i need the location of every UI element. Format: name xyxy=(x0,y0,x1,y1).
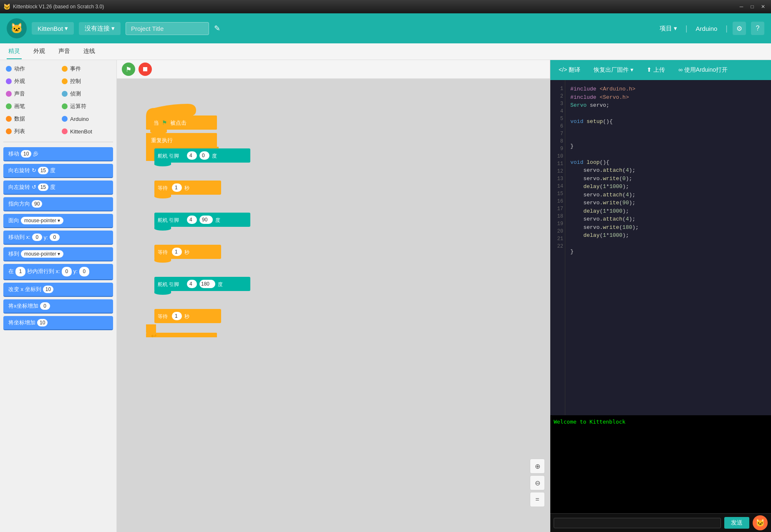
category-operators[interactable]: 运算符 xyxy=(59,101,113,112)
block-change-y[interactable]: 将坐标增加 10 xyxy=(3,316,113,330)
servo-block-2[interactable]: 舵机 引脚 4 90 度 xyxy=(154,213,250,231)
zoom-out-button[interactable]: ⊖ xyxy=(530,475,545,490)
stop-button[interactable]: ⏹ xyxy=(139,63,152,76)
block-turn-left[interactable]: 向左旋转 ↺ 15 度 xyxy=(3,181,113,195)
block-point-direction[interactable]: 指向方向 90 xyxy=(3,197,113,211)
block-glide[interactable]: 在 1 秒内滑行到 x: 0 y: 0 xyxy=(3,264,113,280)
svg-rect-44 xyxy=(146,324,156,333)
kittenbot-logo: 🐱 xyxy=(753,515,768,530)
svg-text:等待: 等待 xyxy=(158,314,168,319)
servo-block-1[interactable]: 舵机 引脚 4 0 度 xyxy=(154,148,250,166)
blocks-canvas-area[interactable]: 当 ⚑ 被点击 重复执行 xyxy=(117,79,550,532)
block-goto[interactable]: 移到 mouse-pointer ▾ xyxy=(3,247,113,261)
zoom-controls: ⊕ ⊖ = xyxy=(530,459,545,507)
svg-text:度: 度 xyxy=(212,153,217,159)
pen-dot xyxy=(6,103,12,109)
servo-block-3[interactable]: 舵机 引脚 4 180 度 xyxy=(154,277,250,295)
scratch-blocks-group: 当 ⚑ 被点击 重复执行 xyxy=(142,104,267,339)
control-dot xyxy=(62,78,68,84)
svg-text:秒: 秒 xyxy=(184,249,189,255)
console-input[interactable] xyxy=(554,518,721,528)
category-sound[interactable]: 声音 xyxy=(3,88,58,99)
svg-text:等待: 等待 xyxy=(158,185,168,191)
svg-text:度: 度 xyxy=(215,217,220,223)
project-title-input[interactable] xyxy=(126,22,209,35)
block-change-x[interactable]: 改变 x 坐标到 10 xyxy=(3,283,113,297)
data-dot xyxy=(6,116,12,122)
zoom-reset-button[interactable]: = xyxy=(530,492,545,507)
platform-button[interactable]: Arduino xyxy=(693,23,721,34)
connection-button[interactable]: 没有连接 ▾ xyxy=(79,22,121,35)
translate-button[interactable]: </> 翻译 xyxy=(555,65,584,75)
separator-1: | xyxy=(685,24,688,33)
block-goto-xy[interactable]: 移动到 x: 0 y: 0 xyxy=(3,231,113,245)
svg-text:1: 1 xyxy=(175,185,178,191)
app-title: Kittenblock V1.26 (based on Scratch 3.0) xyxy=(13,4,104,10)
zoom-in-button[interactable]: ⊕ xyxy=(530,459,545,474)
category-data[interactable]: 数据 xyxy=(3,113,58,124)
green-flag-button[interactable]: ⚑ xyxy=(122,63,135,76)
upload-button[interactable]: ⬆ 上传 xyxy=(643,65,668,75)
category-kittenbot[interactable]: KittenBot xyxy=(59,126,113,137)
device-button[interactable]: KittenBot ▾ xyxy=(32,22,74,35)
category-control[interactable]: 控制 xyxy=(59,76,113,87)
close-button[interactable]: ✕ xyxy=(758,2,768,11)
category-events[interactable]: 事件 xyxy=(59,63,113,74)
svg-text:舵机 引脚: 舵机 引脚 xyxy=(158,281,179,287)
minimize-button[interactable]: ─ xyxy=(737,2,746,11)
svg-text:秒: 秒 xyxy=(184,314,189,319)
project-menu-button[interactable]: 项目 ▾ xyxy=(656,23,680,34)
wait-block-1[interactable]: 等待 1 秒 xyxy=(154,181,221,198)
svg-text:0: 0 xyxy=(202,153,205,158)
separator-2: | xyxy=(726,24,728,33)
console-input-row: 发送 🐱 xyxy=(550,513,771,532)
block-move[interactable]: 移动 10 步 xyxy=(3,147,113,161)
code-panel: </> 翻译 恢复出厂固件 ▾ ⬆ 上传 ∞ 使用Arduino打开 1234 … xyxy=(550,60,771,532)
category-looks[interactable]: 外观 xyxy=(3,76,58,87)
help-button[interactable]: ? xyxy=(751,22,764,35)
kittenbot-dot xyxy=(62,128,68,134)
tab-sprites[interactable]: 精灵 xyxy=(7,44,22,59)
repeat-block[interactable]: 重复执行 舵机 引脚 4 xyxy=(146,133,250,337)
tab-connect[interactable]: 连线 xyxy=(82,44,97,59)
code-editor[interactable]: 1234 5678 9101112 13141516 17181920 2122… xyxy=(550,80,771,415)
svg-text:重复执行: 重复执行 xyxy=(151,137,173,143)
arduino-dot xyxy=(62,116,68,122)
looks-dot xyxy=(6,78,12,84)
app-logo: 🐱 xyxy=(7,18,27,38)
restore-firmware-button[interactable]: 恢复出厂固件 ▾ xyxy=(590,65,637,75)
tab-sounds[interactable]: 声音 xyxy=(57,44,72,59)
svg-text:度: 度 xyxy=(218,281,223,287)
block-face-toward[interactable]: 面向 mouse-pointer ▾ xyxy=(3,214,113,228)
open-arduino-button[interactable]: ∞ 使用Arduino打开 xyxy=(675,65,731,75)
send-button[interactable]: 发送 xyxy=(724,517,749,529)
category-list[interactable]: 列表 xyxy=(3,126,58,137)
category-pen[interactable]: 画笔 xyxy=(3,101,58,112)
subtabs: 精灵 外观 声音 连线 xyxy=(0,43,771,60)
stage-controls: ⚑ ⏹ xyxy=(117,60,550,79)
svg-text:被点击: 被点击 xyxy=(170,120,186,126)
wait-block-3[interactable]: 等待 1 秒 xyxy=(154,309,221,323)
category-arduino[interactable]: Arduino xyxy=(59,113,113,124)
svg-text:等待: 等待 xyxy=(158,249,168,255)
edit-icon[interactable]: ✎ xyxy=(214,24,220,33)
console-output: Welcome to Kittenblock xyxy=(550,415,771,513)
block-set-x[interactable]: 将x坐标增加 0 xyxy=(3,299,113,314)
wait-block-2[interactable]: 等待 1 秒 xyxy=(154,245,221,263)
category-motion[interactable]: 动作 xyxy=(3,63,58,74)
svg-text:↩: ↩ xyxy=(151,332,156,337)
code-content[interactable]: #include <Arduino.h> #include <Servo.h> … xyxy=(565,80,771,415)
category-sensing[interactable]: 侦测 xyxy=(59,88,113,99)
titlebar-controls[interactable]: ─ □ ✕ xyxy=(737,2,768,11)
main-toolbar: 🐱 KittenBot ▾ 没有连接 ▾ ✎ 项目 ▾ | Arduino | … xyxy=(0,13,771,43)
settings-button[interactable]: ⚙ xyxy=(733,22,746,35)
svg-text:90: 90 xyxy=(202,217,208,223)
tab-costumes[interactable]: 外观 xyxy=(32,44,47,59)
svg-text:当: 当 xyxy=(154,120,159,126)
hat-block[interactable]: 当 ⚑ 被点击 xyxy=(146,104,217,134)
motion-dot xyxy=(6,66,12,72)
titlebar: 🐱 Kittenblock V1.26 (based on Scratch 3.… xyxy=(0,0,771,13)
block-turn-right[interactable]: 向右旋转 ↻ 15 度 xyxy=(3,164,113,178)
line-numbers: 1234 5678 9101112 13141516 17181920 2122 xyxy=(550,80,565,415)
maximize-button[interactable]: □ xyxy=(748,2,757,11)
